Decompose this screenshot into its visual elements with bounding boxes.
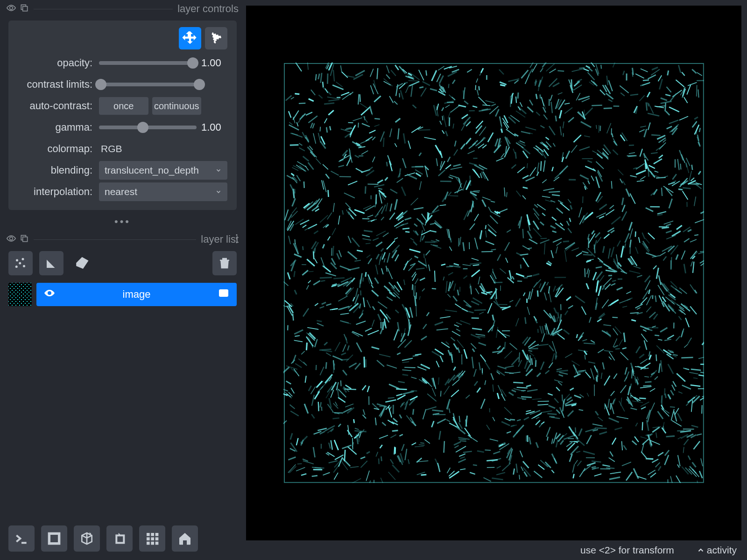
colormap-value: RGB (99, 143, 122, 154)
gamma-slider[interactable] (99, 126, 197, 129)
auto-contrast-continuous-button[interactable]: continuous (152, 97, 202, 115)
blending-label: blending: (18, 164, 92, 176)
windows-icon[interactable] (20, 3, 29, 15)
svg-rect-20 (155, 537, 159, 540)
visibility-icon[interactable] (7, 234, 16, 245)
viewer-toolbar (0, 517, 245, 560)
svg-rect-18 (147, 537, 150, 540)
left-panel: layer controls opacity: 1.00 (0, 0, 245, 560)
opacity-slider[interactable] (99, 61, 197, 65)
opacity-label: opacity: (18, 57, 92, 69)
svg-rect-21 (147, 542, 150, 545)
new-labels-layer-button[interactable] (70, 251, 94, 275)
svg-rect-13 (49, 533, 59, 543)
svg-point-5 (16, 259, 18, 261)
blending-select[interactable]: translucent_no_depth (99, 161, 227, 180)
status-hint: use <2> for transform (580, 545, 674, 556)
layer-item[interactable]: image (0, 280, 245, 309)
console-button[interactable] (8, 525, 35, 552)
chevron-down-icon (215, 165, 222, 176)
ndisplay-button[interactable] (41, 525, 67, 552)
layer-name: image (123, 288, 151, 301)
svg-point-8 (15, 266, 18, 268)
visibility-icon[interactable] (7, 3, 16, 15)
home-button[interactable] (172, 525, 198, 552)
svg-rect-19 (151, 537, 154, 540)
auto-contrast-once-button[interactable]: once (99, 97, 148, 115)
layer-chip[interactable]: image (36, 283, 237, 306)
eye-icon[interactable] (44, 287, 55, 301)
svg-rect-1 (23, 6, 28, 11)
svg-marker-2 (212, 33, 222, 44)
delete-layer-button[interactable] (212, 251, 237, 275)
interpolation-label: interpolation: (18, 186, 92, 198)
svg-point-7 (19, 262, 21, 265)
gamma-label: gamma: (18, 121, 92, 133)
contrast-limits-label: contrast limits: (18, 78, 92, 91)
svg-rect-23 (155, 542, 159, 545)
svg-point-6 (22, 258, 24, 260)
windows-icon[interactable] (20, 234, 29, 245)
new-shapes-layer-button[interactable] (39, 251, 63, 275)
svg-rect-14 (116, 535, 124, 543)
kebab-menu-icon[interactable]: ⋮ (231, 232, 241, 245)
opacity-value: 1.00 (201, 57, 227, 69)
gamma-value: 1.00 (201, 121, 227, 133)
svg-point-10 (79, 261, 81, 263)
layer-controls-title: layer controls (177, 3, 239, 15)
layer-controls-header: layer controls (0, 0, 245, 16)
svg-rect-22 (151, 542, 154, 545)
new-points-layer-button[interactable] (8, 251, 33, 275)
auto-contrast-label: auto-contrast: (18, 100, 92, 112)
colormap-label: colormap: (18, 143, 92, 155)
viewer-canvas[interactable] (246, 6, 741, 540)
status-bar: use <2> for transform activity (245, 540, 747, 560)
svg-point-12 (222, 292, 223, 293)
pan-zoom-mode-button[interactable] (179, 27, 201, 49)
svg-rect-17 (155, 533, 159, 536)
transform-mode-button[interactable] (205, 27, 227, 49)
layer-thumbnail (8, 283, 32, 306)
chevron-down-icon (215, 186, 222, 197)
image-icon (218, 287, 229, 301)
contrast-limits-slider[interactable] (99, 83, 201, 86)
svg-rect-16 (151, 533, 154, 536)
interpolation-select[interactable]: nearest (99, 182, 227, 201)
roll-dims-button[interactable] (74, 525, 100, 552)
svg-point-9 (23, 265, 25, 267)
transpose-button[interactable] (106, 525, 133, 552)
svg-rect-15 (147, 533, 150, 536)
activity-toggle[interactable]: activity (697, 545, 737, 556)
grid-button[interactable] (139, 525, 165, 552)
layer-list-header: layer list ⋮ (0, 231, 245, 246)
svg-rect-4 (23, 237, 28, 241)
panel-drag-handle[interactable]: ••• (0, 210, 245, 231)
layer-controls-panel: opacity: 1.00 contrast limits: (8, 21, 237, 210)
